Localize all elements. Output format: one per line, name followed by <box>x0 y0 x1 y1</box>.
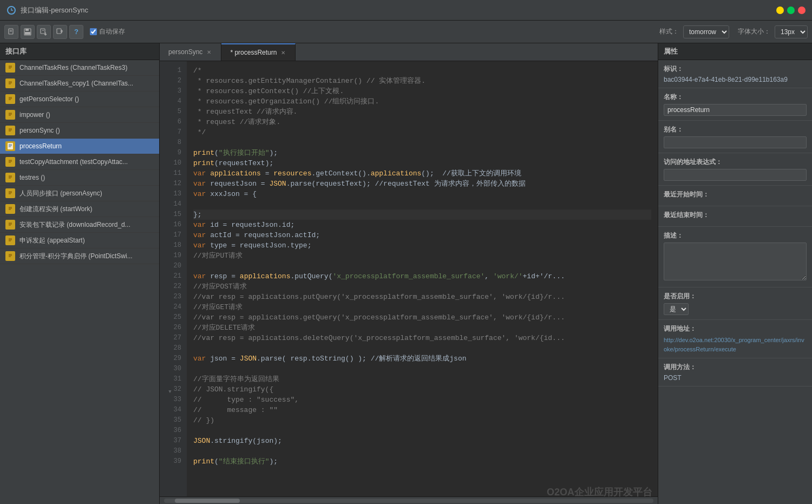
property-label-8: 调用地址： <box>664 324 807 333</box>
import-button[interactable] <box>37 25 51 39</box>
help-button[interactable]: ? <box>69 25 83 39</box>
property-section-0: 标识：bac03944-e7a4-41eb-8e21-d99e11b163a9 <box>658 60 812 88</box>
scrollbar-track <box>164 499 653 503</box>
code-line-18: var type = requestJson.type; <box>193 240 651 251</box>
sidebar-header: 接口库 <box>0 43 159 60</box>
line-number-21: 21 <box>160 271 187 282</box>
sidebar-item-12[interactable]: 申诉发起 (appealStart) <box>0 233 159 248</box>
sidebar-icon <box>5 94 15 104</box>
line-number-3: 3 <box>160 86 187 96</box>
maximize-button[interactable] <box>787 6 795 14</box>
property-value-9: POST <box>664 374 807 382</box>
code-line-29: var json = JSON.parse( resp.toString() )… <box>193 354 651 364</box>
properties-content: 标识：bac03944-e7a4-41eb-8e21-d99e11b163a9名… <box>658 60 812 387</box>
line-number-17: 17 <box>160 230 187 240</box>
line-number-15: 15 <box>160 210 187 220</box>
property-label-0: 标识： <box>664 64 807 74</box>
tab-close-icon[interactable]: ✕ <box>206 49 212 55</box>
property-input-3[interactable] <box>664 169 807 181</box>
autosave-checkbox[interactable] <box>90 28 97 35</box>
sidebar-item-2[interactable]: ChannelTaskRes_copy1 (ChannelTas... <box>0 76 159 91</box>
sidebar-item-4[interactable]: impower () <box>0 107 159 123</box>
minimize-button[interactable] <box>776 6 784 14</box>
tabs-bar: personSync ✕ * processReturn ✕ <box>160 43 658 61</box>
property-label-6: 描述： <box>664 231 807 240</box>
property-label-4: 最近开始时间： <box>664 190 807 199</box>
sidebar-item-8[interactable]: testres () <box>0 170 159 186</box>
tab-personSync[interactable]: personSync ✕ <box>160 43 221 61</box>
sidebar-icon <box>5 251 15 261</box>
svg-rect-6 <box>25 32 30 35</box>
line-number-18: 18 <box>160 240 187 251</box>
close-button[interactable] <box>798 6 806 14</box>
sidebar-item-6[interactable]: processReturn <box>0 139 159 154</box>
style-label: 样式： <box>659 27 679 36</box>
sidebar-item-1[interactable]: ChannelTaskRes (ChannelTaskRes3) <box>0 60 159 76</box>
line-number-16: 16 <box>160 220 187 230</box>
property-section-6: 描述： <box>658 227 812 287</box>
export-button[interactable] <box>53 25 67 39</box>
property-input-1[interactable] <box>664 104 807 116</box>
code-line-10: print(requestText); <box>193 158 651 168</box>
sidebar-icon <box>5 126 15 135</box>
code-line-13: var xxxJson = { <box>193 189 651 199</box>
sidebar-list: ChannelTaskRes (ChannelTaskRes3) Channel… <box>0 60 159 504</box>
code-line-2: * resources.getEntityManagerContainer() … <box>193 76 651 86</box>
sidebar-item-label: getPersonSelector () <box>19 95 79 103</box>
line-numbers: 1234567891011121314151617181920212223242… <box>160 61 187 496</box>
scrollbar-thumb[interactable] <box>175 499 240 503</box>
line-number-1: 1 <box>160 66 187 76</box>
sidebar-item-label: testres () <box>19 174 45 181</box>
sidebar-item-10[interactable]: 创建流程实例 (startWork) <box>0 201 159 217</box>
code-line-22: //对应POST请求 <box>193 282 651 292</box>
app-icon <box>6 5 16 15</box>
code-line-4: * resources.getOrganization() //组织访问接口. <box>193 96 651 107</box>
line-number-30: 30 <box>160 364 187 374</box>
svg-rect-44 <box>8 190 13 197</box>
sidebar-icon <box>5 220 15 230</box>
window-controls <box>776 6 806 14</box>
code-line-38 <box>193 446 651 456</box>
sidebar-item-label: processReturn <box>19 142 62 150</box>
code-editor[interactable]: 1234567891011121314151617181920212223242… <box>160 61 658 496</box>
tab-processReturn[interactable]: * processReturn ✕ <box>221 43 296 61</box>
sidebar-item-3[interactable]: getPersonSelector () <box>0 91 159 107</box>
code-line-33: // type : "success", <box>193 395 651 405</box>
property-select-7[interactable]: 是否 <box>664 303 689 315</box>
code-line-25: //var resp = applications.getQuery('x_pr… <box>193 312 651 323</box>
code-line-28 <box>193 343 651 354</box>
fold-button[interactable]: ▼ <box>166 387 172 392</box>
sidebar-item-label: testCopyAttachment (testCopyAttac... <box>19 158 128 166</box>
sidebar-item-label: ChannelTaskRes_copy1 (ChannelTas... <box>19 80 133 87</box>
code-line-8 <box>193 138 651 148</box>
code-line-39: print("结束接口执行"); <box>193 456 651 467</box>
code-line-7: */ <box>193 127 651 138</box>
sidebar-item-13[interactable]: 积分管理-积分字典启停 (PointDictSwi... <box>0 248 159 264</box>
sidebar-icon <box>5 110 15 120</box>
code-line-11: var applications = resources.getContext(… <box>193 168 651 179</box>
line-number-27: 27 <box>160 333 187 343</box>
sidebar-item-5[interactable]: personSync () <box>0 123 159 139</box>
svg-rect-40 <box>8 174 13 181</box>
style-select[interactable]: tomorrow monokai github <box>683 25 729 38</box>
fontsize-select[interactable]: 13px 12px 14px 16px <box>775 25 808 38</box>
line-number-24: 24 <box>160 302 187 312</box>
new-file-button[interactable] <box>4 25 18 39</box>
code-line-3: * resources.getContext() //上下文根. <box>193 86 651 96</box>
properties-panel: 属性 标识：bac03944-e7a4-41eb-8e21-d99e11b163… <box>658 43 812 504</box>
svg-rect-12 <box>8 64 13 71</box>
sidebar-item-9[interactable]: 人员同步接口 (personAsync) <box>0 186 159 201</box>
property-textarea-6[interactable] <box>664 243 807 280</box>
sidebar-icon <box>5 204 15 214</box>
svg-rect-5 <box>25 29 29 31</box>
sidebar-item-7[interactable]: testCopyAttachment (testCopyAttac... <box>0 154 159 170</box>
line-number-2: 2 <box>160 76 187 86</box>
save-button[interactable] <box>21 25 35 39</box>
horizontal-scrollbar[interactable] <box>160 496 658 504</box>
sidebar-item-11[interactable]: 安装包下载记录 (downloadRecord_d... <box>0 217 159 233</box>
tab-close-icon[interactable]: ✕ <box>280 50 286 56</box>
property-input-2[interactable] <box>664 136 807 148</box>
code-content[interactable]: /* * resources.getEntityManagerContainer… <box>187 61 658 496</box>
svg-rect-48 <box>8 206 13 212</box>
sidebar-item-label: 积分管理-积分字典启停 (PointDictSwi... <box>19 252 133 261</box>
